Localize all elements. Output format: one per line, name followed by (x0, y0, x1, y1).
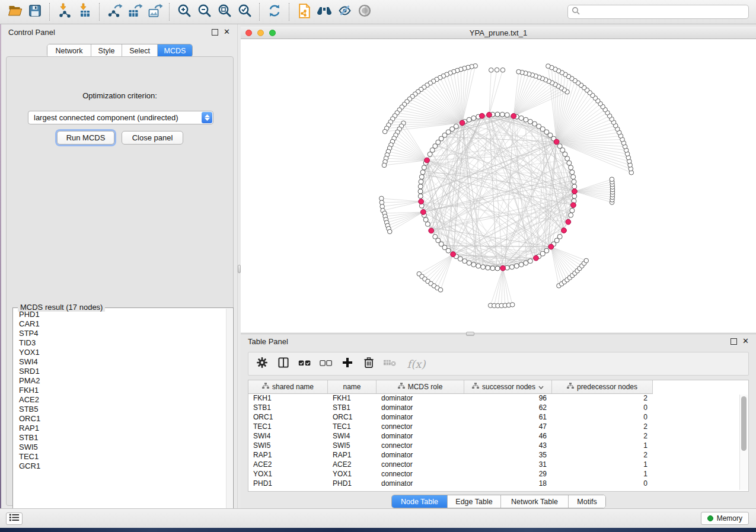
zoom-in-button[interactable] (174, 2, 194, 21)
tab-motifs[interactable]: Motifs (569, 495, 605, 508)
table-cell[interactable]: ACE2 (248, 460, 328, 469)
mcds-result-item[interactable]: STB5 (19, 405, 226, 414)
table-cell[interactable]: RAP1 (328, 451, 377, 459)
mcds-list-scrollbar[interactable] (226, 309, 232, 528)
table-cell[interactable]: dominator (377, 394, 464, 402)
export-table-button[interactable] (125, 2, 145, 21)
share-document-button[interactable] (294, 2, 314, 21)
close-panel-icon[interactable]: ✕ (224, 27, 230, 37)
hide-details-button[interactable] (334, 2, 355, 21)
table-cell[interactable]: FKH1 (328, 394, 377, 402)
column-header-successor-nodes[interactable]: successor nodes (464, 380, 552, 393)
tab-edge-table[interactable]: Edge Table (448, 495, 501, 508)
table-row[interactable]: FKH1FKH1dominator962 (248, 393, 740, 403)
tab-style[interactable]: Style (91, 44, 122, 57)
tab-network[interactable]: Network (47, 44, 91, 57)
table-cell[interactable]: SWI4 (248, 432, 328, 440)
table-cell[interactable]: 2 (552, 394, 653, 402)
mcds-result-item[interactable]: PMA2 (19, 376, 226, 386)
run-mcds-button[interactable]: Run MCDS (57, 131, 114, 145)
table-cell[interactable]: 0 (552, 403, 653, 412)
table-cell[interactable]: 18 (464, 479, 552, 488)
table-scrollbar-thumb[interactable] (741, 396, 747, 451)
table-row[interactable]: ORC1ORC1dominator610 (248, 412, 740, 422)
mcds-result-item[interactable]: STB1 (19, 433, 226, 443)
table-cell[interactable]: STB1 (328, 403, 377, 412)
table-cell[interactable]: STB1 (248, 403, 328, 412)
table-cell[interactable]: TEC1 (248, 422, 328, 431)
function-builder-button[interactable]: f(x) (403, 355, 429, 373)
column-header-shared-name[interactable]: shared name (248, 380, 328, 393)
table-cell[interactable]: ACE2 (328, 460, 377, 469)
table-row[interactable]: STB1STB1dominator620 (248, 403, 740, 412)
mcds-result-item[interactable]: SWI5 (19, 443, 226, 452)
select-all-button[interactable] (296, 355, 314, 373)
table-cell[interactable]: ORC1 (248, 413, 328, 421)
table-cell[interactable]: connector (377, 470, 464, 478)
memory-button[interactable]: Memory (701, 512, 749, 525)
import-network-button[interactable] (55, 2, 75, 21)
mcds-result-item[interactable]: TID3 (19, 338, 226, 348)
show-columns-button[interactable] (275, 355, 292, 373)
mcds-result-item[interactable]: RAP1 (19, 424, 226, 433)
task-history-button[interactable] (6, 512, 23, 525)
tab-mcds[interactable]: MCDS (158, 44, 192, 57)
float-panel-icon[interactable] (212, 29, 218, 36)
table-cell[interactable]: 31 (464, 460, 552, 469)
open-file-button[interactable] (5, 2, 25, 21)
table-cell[interactable]: connector (377, 422, 464, 431)
close-table-panel-icon[interactable]: ✕ (742, 336, 749, 346)
tab-select[interactable]: Select (122, 44, 158, 57)
table-row[interactable]: ACE2ACE2connector311 (248, 460, 740, 469)
zoom-out-button[interactable] (194, 2, 215, 21)
table-cell[interactable]: 46 (464, 432, 552, 440)
mcds-result-list[interactable]: PHD1CAR1STP4TID3YOX1SWI4SRD1PMA2FKH1ACE2… (14, 310, 226, 528)
table-cell[interactable]: connector (377, 441, 464, 450)
search-input[interactable] (580, 7, 745, 17)
deselect-all-button[interactable] (317, 355, 335, 373)
import-table-button[interactable] (75, 2, 95, 21)
mcds-result-item[interactable]: PHD1 (19, 310, 226, 319)
add-row-button[interactable] (339, 355, 356, 373)
table-cell[interactable]: 0 (552, 413, 653, 421)
table-cell[interactable]: YOX1 (248, 470, 328, 478)
table-cell[interactable]: dominator (377, 479, 464, 488)
table-cell[interactable]: ORC1 (328, 413, 377, 421)
column-header-name[interactable]: name (328, 380, 377, 393)
table-cell[interactable]: YOX1 (328, 470, 377, 478)
table-cell[interactable]: SWI4 (328, 432, 377, 440)
table-cell[interactable]: SWI5 (248, 441, 328, 450)
table-row[interactable]: TEC1TEC1connector472 (248, 422, 740, 431)
column-header-predecessor-nodes[interactable]: predecessor nodes (552, 380, 653, 393)
table-cell[interactable]: 2 (552, 432, 653, 440)
table-cell[interactable]: dominator (377, 413, 464, 421)
table-splitter-grip[interactable] (466, 332, 474, 336)
table-cell[interactable]: 2 (552, 422, 653, 431)
table-cell[interactable]: dominator (377, 403, 464, 412)
table-cell[interactable]: 1 (552, 460, 653, 469)
export-image-button[interactable] (145, 2, 165, 21)
mcds-result-item[interactable]: ORC1 (19, 414, 226, 424)
table-cell[interactable]: 29 (464, 470, 552, 478)
table-row[interactable]: YOX1YOX1connector291 (248, 469, 740, 479)
column-header-MCDS-role[interactable]: MCDS role (377, 380, 464, 393)
zoom-selected-button[interactable] (235, 2, 255, 21)
table-cell[interactable]: connector (377, 460, 464, 469)
delete-row-button[interactable] (360, 355, 378, 373)
table-cell[interactable]: FKH1 (248, 394, 328, 402)
search-field[interactable] (567, 5, 749, 19)
table-cell[interactable]: 43 (464, 441, 552, 450)
table-cell[interactable]: dominator (377, 451, 464, 459)
table-row[interactable]: RAP1RAP1dominator352 (248, 450, 740, 460)
mcds-result-item[interactable]: ACE2 (19, 395, 226, 405)
table-cell[interactable]: TEC1 (328, 422, 377, 431)
table-row[interactable]: PHD1PHD1dominator180 (248, 479, 740, 488)
mcds-result-item[interactable]: YOX1 (19, 348, 226, 357)
table-cell[interactable]: PHD1 (248, 479, 328, 488)
show-details-button[interactable] (355, 2, 375, 21)
table-cell[interactable]: PHD1 (328, 479, 377, 488)
search-network-button[interactable] (314, 2, 334, 21)
tab-node-table[interactable]: Node Table (392, 495, 448, 508)
float-table-panel-icon[interactable] (731, 338, 737, 345)
refresh-view-button[interactable] (264, 2, 285, 21)
